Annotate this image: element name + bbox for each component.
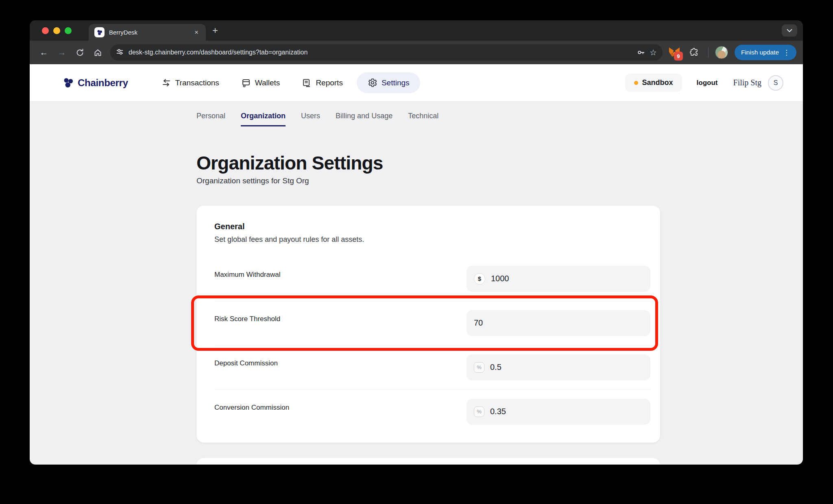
browser-tab-strip: BerryDesk × + <box>30 20 803 41</box>
close-window-button[interactable] <box>42 27 49 34</box>
nav-item-transactions[interactable]: Transactions <box>153 73 227 93</box>
window-controls <box>42 27 72 34</box>
percent-icon: % <box>474 362 484 373</box>
input-value: 0.35 <box>490 407 506 416</box>
user-avatar[interactable]: S <box>768 75 783 91</box>
tab-users[interactable]: Users <box>301 112 320 126</box>
minimize-window-button[interactable] <box>53 27 60 34</box>
extension-badge: 9 <box>674 52 683 61</box>
user-name: Filip Stg <box>733 78 761 87</box>
reload-icon[interactable] <box>72 45 87 60</box>
browser-tab-berrydesk[interactable]: BerryDesk × <box>89 24 206 41</box>
nav-item-reports[interactable]: Reports <box>294 73 351 93</box>
field-label: Maximum Withdrawal <box>214 266 280 292</box>
section-title: General <box>214 222 650 231</box>
browser-window: BerryDesk × + ← → desk-stg.chai <box>30 20 803 465</box>
extensions-puzzle-icon[interactable] <box>686 45 702 60</box>
tab-technical[interactable]: Technical <box>408 112 438 126</box>
berry-logo-icon <box>62 77 74 89</box>
url-text[interactable]: desk-stg.chainberry.com/dashboard/settin… <box>129 49 632 56</box>
page-title: Organization Settings <box>196 152 660 174</box>
site-settings-icon[interactable] <box>116 48 124 57</box>
forward-icon[interactable]: → <box>54 45 70 60</box>
risk-score-threshold-input[interactable]: 70 <box>467 310 650 336</box>
input-value: 0.5 <box>490 363 502 372</box>
field-row-maximum-withdrawal: Maximum Withdrawal $ 1000 <box>214 257 650 301</box>
sandbox-dot-icon <box>634 81 638 85</box>
settings-content: Personal Organization Users Billing and … <box>196 112 660 465</box>
tab-close-icon[interactable]: × <box>193 28 200 37</box>
field-row-risk-score-threshold: Risk Score Threshold 70 <box>214 301 650 345</box>
bookmark-star-icon[interactable]: ☆ <box>650 48 657 57</box>
gear-icon <box>367 78 377 88</box>
settings-tabs: Personal Organization Users Billing and … <box>196 112 660 126</box>
nav-item-settings[interactable]: Settings <box>357 72 420 93</box>
field-row-deposit-commission: Deposit Commission % 0.5 <box>214 345 650 389</box>
back-icon[interactable]: ← <box>36 45 52 60</box>
berrydesk-favicon-icon <box>94 27 105 37</box>
browser-profile-avatar[interactable] <box>715 46 728 59</box>
metamask-extension-icon[interactable]: 9 <box>667 46 681 59</box>
chainberry-logo[interactable]: Chainberry <box>62 77 128 89</box>
environment-badge: Sandbox <box>625 74 682 92</box>
general-settings-card: General Set global fees and payout rules… <box>196 206 660 443</box>
browser-toolbar: ← → desk-stg.chainberry.com/dashboard/se… <box>30 41 803 64</box>
environment-label: Sandbox <box>642 78 673 87</box>
nav-item-wallets[interactable]: Wallets <box>233 73 288 93</box>
field-row-conversion-commission: Conversion Commission % 0.35 <box>214 389 650 434</box>
brand-name: Chainberry <box>78 77 128 89</box>
address-bar[interactable]: desk-stg.chainberry.com/dashboard/settin… <box>110 44 663 61</box>
field-label: Conversion Commission <box>214 399 289 425</box>
field-label: Risk Score Threshold <box>214 310 280 336</box>
deposit-commission-input[interactable]: % 0.5 <box>467 354 650 380</box>
chevron-down-icon <box>787 29 792 33</box>
conversion-commission-input[interactable]: % 0.35 <box>467 399 650 425</box>
field-label: Deposit Commission <box>214 354 278 380</box>
wallet-icon <box>241 78 251 88</box>
screenshot-root: BerryDesk × + ← → desk-stg.chai <box>0 0 833 504</box>
percent-icon: % <box>474 406 484 417</box>
page-viewport: Chainberry Transactions Wallets Reports <box>30 64 803 465</box>
tab-search-chevron-button[interactable] <box>782 24 797 37</box>
page-subtitle: Organization settings for Stg Org <box>196 176 660 185</box>
new-tab-button[interactable]: + <box>212 26 218 35</box>
input-value: 70 <box>474 318 483 328</box>
toolbar-divider <box>708 47 709 58</box>
nav-label: Reports <box>316 78 343 87</box>
next-section-card-partial <box>196 458 660 465</box>
report-icon <box>302 78 312 88</box>
main-nav: Transactions Wallets Reports Settings <box>153 72 420 93</box>
logout-link[interactable]: logout <box>697 79 718 87</box>
finish-update-button[interactable]: Finish update ⋮ <box>735 45 796 60</box>
maximum-withdrawal-input[interactable]: $ 1000 <box>467 266 650 292</box>
home-icon[interactable] <box>90 45 105 60</box>
input-value: 1000 <box>491 274 509 283</box>
password-key-icon[interactable] <box>637 48 645 57</box>
app-header: Chainberry Transactions Wallets Reports <box>30 64 803 102</box>
dollar-icon: $ <box>474 273 485 285</box>
tab-title: BerryDesk <box>109 29 193 36</box>
nav-label: Transactions <box>175 78 219 87</box>
finish-update-label: Finish update <box>741 49 779 56</box>
section-description: Set global fees and payout rules for all… <box>214 235 650 245</box>
settings-rows: Maximum Withdrawal $ 1000 Risk Score Thr… <box>214 257 650 434</box>
nav-label: Wallets <box>255 78 280 87</box>
tab-personal[interactable]: Personal <box>196 112 225 126</box>
transactions-icon <box>161 78 171 88</box>
nav-label: Settings <box>382 78 410 87</box>
tab-billing-and-usage[interactable]: Billing and Usage <box>336 112 393 126</box>
tab-organization[interactable]: Organization <box>241 112 286 126</box>
zoom-window-button[interactable] <box>65 27 72 34</box>
browser-menu-kebab-icon[interactable]: ⋮ <box>783 48 790 56</box>
